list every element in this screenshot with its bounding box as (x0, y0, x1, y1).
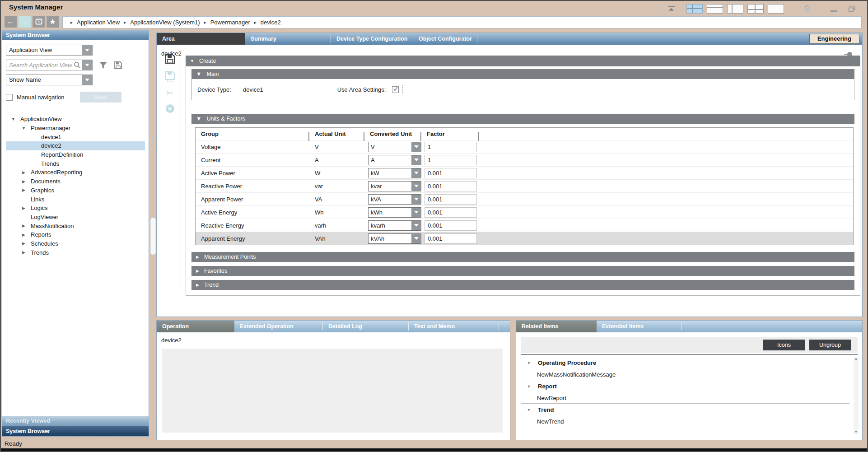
section-collapsed-icon[interactable]: ▶ (196, 283, 199, 287)
manual-navigation-checkbox[interactable] (6, 94, 13, 101)
tree-item[interactable]: ▶ Trends (6, 248, 145, 257)
section-collapsed-icon[interactable]: ▶ (196, 255, 199, 259)
operation-tab[interactable]: Detailed Log (323, 321, 409, 332)
main-tab[interactable]: Object Configurator (413, 33, 477, 45)
search-box[interactable] (6, 60, 93, 70)
restore-icon[interactable] (848, 5, 855, 12)
converted-unit-combobox[interactable]: kWh (368, 207, 421, 218)
cut-scissors-icon[interactable]: ✂ (166, 89, 173, 98)
layout-button[interactable] (727, 4, 743, 14)
tree-item[interactable]: ▶ Reports (6, 230, 145, 239)
chevron-down-icon[interactable] (411, 182, 421, 191)
table-row[interactable]: Current A A 1 (196, 153, 853, 166)
tree-item[interactable]: ▼ Powermanager (6, 124, 145, 133)
table-row[interactable]: Voltage V V 1 (196, 140, 853, 153)
table-row[interactable]: Apparent Power VA kVA 0.001 (196, 192, 853, 205)
table-row[interactable]: Reactive Power var kvar 0.001 (196, 179, 853, 192)
use-area-settings-checkbox[interactable] (392, 86, 399, 93)
factor-field[interactable]: 0.001 (425, 181, 477, 191)
column-header[interactable]: Actual Unit (309, 130, 364, 137)
scroll-down-icon[interactable]: ▼ (854, 430, 858, 434)
main-tab[interactable]: Area (157, 33, 245, 45)
table-row[interactable]: Apparent Energy VAh kVAh 0.001 (196, 232, 853, 245)
chevron-down-icon[interactable] (411, 221, 421, 230)
tree-item[interactable]: ReportDefinition (6, 150, 145, 159)
minimize-icon[interactable] (831, 10, 837, 12)
tree-expand-icon[interactable]: ▶ (21, 188, 27, 192)
view-select[interactable]: Application View (6, 45, 93, 56)
filter-icon[interactable] (99, 61, 107, 69)
chevron-down-icon[interactable] (411, 208, 421, 217)
tree-item[interactable]: LogViewer (6, 213, 145, 222)
tree-expand-icon[interactable]: ▼ (10, 117, 16, 121)
splitter-handle[interactable] (150, 218, 156, 255)
layout-button[interactable] (686, 4, 703, 14)
group-expand-icon[interactable]: ▼ (525, 384, 532, 389)
collapsed-section-header[interactable]: ▶ Favorites (191, 266, 854, 276)
lock-icon[interactable] (804, 5, 810, 13)
breadcrumb-item[interactable]: ▸ Application View (66, 19, 120, 26)
chevron-down-icon[interactable] (411, 234, 421, 243)
related-tab[interactable]: Extended Items (597, 321, 681, 332)
factor-field[interactable]: 0.001 (425, 168, 477, 178)
factor-field[interactable]: 1 (425, 155, 477, 165)
collapsed-section-header[interactable]: ▶ Trend (191, 280, 854, 290)
chevron-down-icon[interactable] (82, 60, 92, 70)
related-item-row[interactable]: ▼ Report (521, 380, 849, 392)
scroll-up-icon[interactable]: ▲ (854, 357, 858, 361)
column-header[interactable]: Converted Unit (364, 130, 421, 137)
history-icon[interactable] (33, 16, 45, 28)
converted-unit-combobox[interactable]: kVA (368, 194, 421, 205)
tree-item[interactable]: Links (6, 195, 145, 204)
search-icon[interactable] (74, 60, 81, 70)
back-icon[interactable]: ← (5, 16, 17, 28)
icons-button[interactable]: Icons (763, 340, 805, 350)
tree-item[interactable]: ▶ Logics (6, 204, 145, 213)
tree-item[interactable]: ▶ Schedules (6, 239, 145, 248)
column-header[interactable]: Factor (421, 130, 479, 137)
main-tab[interactable]: Device Type Configuration (331, 33, 413, 45)
group-expand-icon[interactable]: ▼ (525, 361, 532, 365)
factor-field[interactable]: 0.001 (425, 220, 477, 231)
favorite-star-icon[interactable]: ★ (47, 16, 59, 28)
units-factors-header[interactable]: ▼ Units & Factors (191, 114, 854, 124)
save-icon[interactable] (165, 54, 175, 64)
related-item-row[interactable]: NewTrend (521, 416, 849, 427)
related-item-row[interactable]: NewMassNotificationMessage (521, 369, 849, 380)
related-tab[interactable]: Related Items (516, 321, 597, 332)
related-item-row[interactable]: NewReport (521, 392, 849, 404)
chevron-down-icon[interactable] (411, 142, 421, 152)
vertical-splitter[interactable] (149, 30, 156, 437)
converted-unit-combobox[interactable]: kW (368, 168, 421, 178)
tree-item[interactable]: device2 (6, 141, 145, 150)
chevron-down-icon[interactable] (82, 75, 92, 85)
tree-item[interactable]: ▶ Graphics (6, 186, 145, 195)
converted-unit-combobox[interactable]: kVAh (368, 233, 421, 244)
section-expanded-icon[interactable]: ▼ (196, 69, 201, 79)
breadcrumb[interactable]: ▸ Application View ▸ ApplicationView (Sy… (62, 16, 862, 28)
column-header[interactable]: Group (196, 130, 309, 137)
collapse-top-icon[interactable] (667, 5, 676, 12)
forward-icon[interactable]: → (19, 16, 31, 28)
recently-viewed-bar[interactable]: Recently Viewed (2, 415, 149, 426)
related-item-row[interactable]: ▼ Trend (521, 404, 849, 416)
table-row[interactable]: Reactive Energy varh kvarh 0.001 (196, 219, 853, 232)
cancel-icon[interactable]: ✕ (166, 104, 174, 113)
section-collapsed-icon[interactable]: ▶ (196, 269, 199, 273)
breadcrumb-item[interactable]: ▸ ApplicationView (System1) (120, 19, 200, 26)
section-expanded-icon[interactable]: ▼ (190, 59, 194, 63)
chevron-down-icon[interactable] (411, 155, 421, 165)
tree-item[interactable]: ▶ MassNotification (6, 221, 145, 230)
search-input[interactable] (6, 60, 74, 70)
tree-expand-icon[interactable]: ▶ (21, 241, 27, 246)
factor-field[interactable]: 1 (425, 142, 477, 152)
tree-item[interactable]: Trends (6, 159, 145, 168)
display-mode-select[interactable]: Show Name (6, 75, 93, 85)
breadcrumb-item[interactable]: ▸ device2 (250, 19, 281, 26)
converted-unit-combobox[interactable]: kvar (368, 181, 421, 191)
system-browser-bar[interactable]: System Browser (2, 426, 149, 436)
save-search-icon[interactable] (114, 61, 122, 70)
save-as-icon[interactable] (165, 71, 175, 82)
table-row[interactable]: Active Energy Wh kWh 0.001 (196, 205, 853, 219)
create-header[interactable]: ▼ Create (186, 56, 860, 66)
